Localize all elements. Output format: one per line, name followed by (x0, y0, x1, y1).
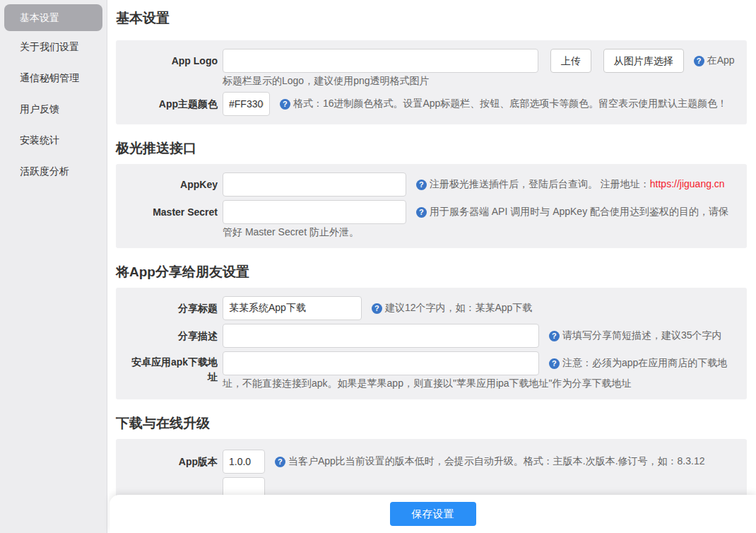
section-title-basic: 基本设置 (116, 10, 747, 27)
help-icon: ? (280, 99, 290, 110)
help-icon: ? (372, 303, 382, 314)
appkey-label: AppKey (126, 172, 223, 197)
upload-button[interactable]: 上传 (550, 49, 591, 73)
sidebar-item-basic-settings[interactable]: 基本设置 (4, 4, 102, 31)
section-title-jpush: 极光推送接口 (116, 140, 747, 157)
section-title-upgrade: 下载与在线升级 (116, 415, 747, 432)
help-icon: ? (549, 358, 560, 369)
app-version-input[interactable] (223, 450, 265, 474)
appkey-input[interactable] (223, 172, 406, 197)
choose-from-gallery-button[interactable]: 从图片库选择 (603, 49, 684, 73)
sidebar: 基本设置 关于我们设置 通信秘钥管理 用户反馈 安装统计 活跃度分析 (0, 0, 107, 533)
save-bar: 保存设置 (110, 495, 756, 533)
help-icon: ? (694, 56, 704, 66)
help-icon: ? (416, 180, 427, 190)
form-row-share-desc: 分享描述 ?请填写分享简短描述，建议35个字内 (126, 324, 737, 348)
share-title-help-text: 建议12个字内，如：某某App下载 (385, 302, 532, 313)
app-logo-input[interactable] (223, 49, 538, 73)
section-title-share: 将App分享给朋友设置 (116, 264, 747, 281)
panel-jpush: AppKey ?注册极光推送插件后，登陆后台查询。 注册地址：https://j… (116, 164, 747, 248)
save-settings-button[interactable]: 保存设置 (390, 502, 476, 526)
sidebar-item-about-us[interactable]: 关于我们设置 (0, 31, 107, 62)
theme-color-help-text: 格式：16进制颜色格式。设置App标题栏、按钮、底部选项卡等颜色。留空表示使用默… (293, 98, 727, 109)
apk-url-input[interactable] (223, 351, 539, 375)
theme-color-input[interactable] (223, 92, 270, 116)
panel-share: 分享标题 ?建议12个字内，如：某某App下载 分享描述 ?请填写分享简短描述，… (116, 288, 747, 399)
share-title-input[interactable] (223, 296, 362, 320)
app-version-help-text: 当客户App比当前设置的版本低时，会提示自动升级。格式：主版本.次版本.修订号，… (288, 455, 705, 467)
share-desc-label: 分享描述 (126, 324, 223, 348)
appkey-help-text: 注册极光推送插件后，登陆后台查询。 注册地址： (430, 178, 650, 189)
form-row-app-version: App版本 ?当客户App比当前设置的版本低时，会提示自动升级。格式：主版本.次… (126, 450, 737, 474)
form-row-app-logo: App Logo 上传 从图片库选择 ?在App标题栏显示的Logo，建议使用p… (126, 49, 737, 88)
apk-url-label: 安卓应用apk下载地址 (126, 351, 223, 391)
main-content: 基本设置 App Logo 上传 从图片库选择 ?在App标题栏显示的Logo，… (108, 0, 756, 533)
master-secret-label: Master Secret (126, 200, 223, 240)
form-row-share-title: 分享标题 ?建议12个字内，如：某某App下载 (126, 296, 737, 320)
jiguang-register-link[interactable]: https://jiguang.cn (650, 178, 725, 189)
theme-color-label: App主题颜色 (126, 92, 223, 116)
master-secret-input[interactable] (223, 200, 406, 224)
share-desc-input[interactable] (223, 324, 539, 348)
help-icon: ? (416, 207, 427, 218)
form-row-master-secret: Master Secret ?用于服务器端 API 调用时与 AppKey 配合… (126, 200, 737, 240)
panel-basic-settings: App Logo 上传 从图片库选择 ?在App标题栏显示的Logo，建议使用p… (116, 40, 747, 124)
sidebar-item-secret-keys[interactable]: 通信秘钥管理 (0, 62, 107, 93)
form-row-appkey: AppKey ?注册极光推送插件后，登陆后台查询。 注册地址：https://j… (126, 172, 737, 197)
app-version-label: App版本 (126, 450, 223, 474)
form-row-apk-url: 安卓应用apk下载地址 ?注意：必须为app在应用商店的下载地址，不能直接连接到… (126, 351, 737, 391)
app-logo-label: App Logo (126, 49, 223, 88)
sidebar-item-user-feedback[interactable]: 用户反馈 (0, 93, 107, 124)
form-row-theme-color: App主题颜色 ?格式：16进制颜色格式。设置App标题栏、按钮、底部选项卡等颜… (126, 92, 737, 116)
help-icon: ? (275, 457, 285, 467)
share-desc-help-text: 请填写分享简短描述，建议35个字内 (562, 329, 722, 341)
sidebar-item-activity-analysis[interactable]: 活跃度分析 (0, 156, 107, 187)
share-title-label: 分享标题 (126, 296, 223, 320)
sidebar-item-install-stats[interactable]: 安装统计 (0, 124, 107, 156)
help-icon: ? (549, 331, 560, 341)
